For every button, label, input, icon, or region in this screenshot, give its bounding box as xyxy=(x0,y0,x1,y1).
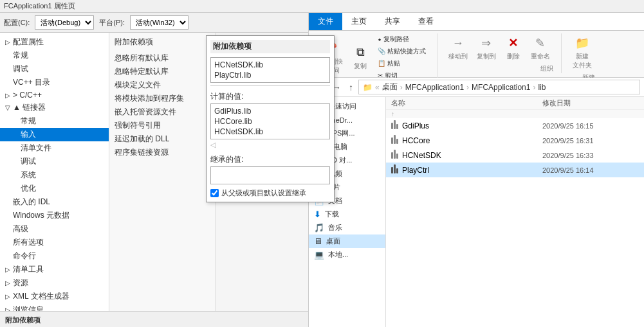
popup-input-item-1: HCNetSDK.lib xyxy=(213,60,216,70)
hccore-icon xyxy=(391,135,398,146)
ribbon-tab-view[interactable]: 查看 xyxy=(409,13,443,30)
popup-calc-item-1: GdiPlus.lib xyxy=(213,106,216,116)
title-bar: FCApplication1 属性页 xyxy=(0,0,644,13)
tree-item-linker-general[interactable]: 常规 xyxy=(0,114,109,128)
path-part-mfc2[interactable]: MFCApplication1 xyxy=(472,83,530,92)
config-item-embed-res[interactable]: 嵌入托管资源文件 xyxy=(112,105,212,119)
popup-title: 附加依赖项 xyxy=(210,40,216,53)
delete-icon: ✕ xyxy=(506,35,521,51)
new-folder-icon: 📁 xyxy=(575,35,590,51)
sidebar-music-label: 音乐 xyxy=(328,223,342,233)
tree-item-cmdline[interactable]: 命令行 xyxy=(0,249,109,263)
sidebar-music[interactable]: 🎵 音乐 xyxy=(309,221,385,234)
sidebar-local-label: 本地... xyxy=(328,250,348,260)
hcnetsdk-name: HCNetSDK xyxy=(402,151,542,160)
config-item-delay-load[interactable]: 延迟加载的 DLL xyxy=(112,132,212,146)
popup-inherit-list xyxy=(210,166,216,184)
popup-input-list[interactable]: HCNetSDK.lib PlayCtrl.lib xyxy=(210,57,216,83)
tree-item-linker[interactable]: ▽▲ 链接器 xyxy=(0,101,109,114)
organize-label: 组织 xyxy=(540,64,553,73)
tree-item-config-props[interactable]: ▷配置属性 xyxy=(0,35,109,49)
path-part-desktop[interactable]: 桌面 xyxy=(382,82,398,93)
tree-item-linker-system[interactable]: 系统 xyxy=(0,168,109,182)
new-folder-button[interactable]: 📁 新建文件夹 xyxy=(569,33,595,72)
config-item-add-module[interactable]: 将模块添加到程序集 xyxy=(112,92,212,105)
tree-item-linker-optimize[interactable]: 优化 xyxy=(0,182,109,195)
config-item-ignore-specific[interactable]: 忽略特定默认库 xyxy=(112,65,212,78)
tree-item-embedded-idl[interactable]: 嵌入的 IDL xyxy=(0,195,109,209)
vs-popup: 附加依赖项 HCNetSDK.lib PlayCtrl.lib 计算的值: Gd… xyxy=(206,35,216,202)
explorer-panel: 文件 主页 共享 查看 📌 固定到快速访问 ⧉ 复制 xyxy=(309,13,644,327)
tree-item-win-meta[interactable]: Windows 元数据 xyxy=(0,209,109,222)
tree-item-all-options[interactable]: 所有选项 xyxy=(0,236,109,249)
path-part-mfc1[interactable]: MFCApplication1 xyxy=(405,83,464,92)
platform-label: 平台(P): xyxy=(99,18,125,28)
popup-calc-list: GdiPlus.lib HCCore.lib HCNetSDK.lib xyxy=(210,103,216,139)
address-path[interactable]: 📁 « 桌面 › MFCApplication1 › MFCApplicatio… xyxy=(358,80,640,94)
file-row-playstrl[interactable]: PlayCtrl 2020/9/25 16:14 xyxy=(386,163,644,177)
popup-checkbox-row[interactable]: 从父级或项目默认设置继承 xyxy=(210,188,216,198)
up-button[interactable]: ↑ xyxy=(346,81,356,94)
tree-item-general[interactable]: 常规 xyxy=(0,49,109,62)
tree-item-manifest-tool[interactable]: ▷清单工具 xyxy=(0,263,109,276)
file-list-header: 名称 修改日期 xyxy=(386,97,644,110)
vs-config-title: 附加依赖项 xyxy=(112,35,212,49)
sidebar-local[interactable]: 💻 本地... xyxy=(309,248,385,261)
copy-label: 复制 xyxy=(354,62,367,71)
file-row-hccore[interactable]: HCCore 2020/9/25 16:31 xyxy=(386,133,644,148)
tree-item-resources[interactable]: ▷资源 xyxy=(0,276,109,290)
tree-item-linker-debug[interactable]: 调试 xyxy=(0,155,109,168)
paste-shortcut-icon: 📎 粘贴快捷方式 xyxy=(378,47,426,56)
vs-tree[interactable]: ▷配置属性 常规 调试 VC++ 目录 ▷> C/C++ ▽▲ 链接器 常规 输… xyxy=(0,33,109,311)
paste-shortcut-button[interactable]: 📎 粘贴快捷方式 xyxy=(374,46,429,57)
music-icon: 🎵 xyxy=(314,223,324,233)
config-item-ignore-all[interactable]: 忽略所有默认库 xyxy=(112,51,212,65)
vs-topbar: 配置(C): 活动(Debug) 平台(P): 活动(Win32) xyxy=(0,13,308,33)
col-name: 名称 xyxy=(391,98,542,108)
config-select[interactable]: 活动(Debug) xyxy=(35,15,94,30)
hccore-date: 2020/9/25 16:31 xyxy=(542,137,639,145)
file-row-gdiplus[interactable]: GdiPlus 2020/9/25 16:15 xyxy=(386,118,644,133)
tree-item-linker-manifest[interactable]: 清单文件 xyxy=(0,141,109,155)
delete-button[interactable]: ✕ 删除 xyxy=(502,33,525,63)
tree-item-linker-input[interactable]: 输入 xyxy=(0,128,109,141)
ribbon-tab-home[interactable]: 主页 xyxy=(342,13,376,30)
rename-button[interactable]: ✎ 重命名 xyxy=(528,33,553,63)
tree-item-vc-dirs[interactable]: VC++ 目录 xyxy=(0,76,109,89)
paste-icon: 📋 粘贴 xyxy=(378,59,400,68)
sidebar-desktop[interactable]: 🖥 桌面 xyxy=(309,234,385,248)
copy-button[interactable]: ⧉ 复制 xyxy=(349,43,372,73)
popup-inherit-checkbox[interactable] xyxy=(210,189,216,197)
ribbon-tab-share[interactable]: 共享 xyxy=(376,13,409,30)
path-part-lib[interactable]: lib xyxy=(538,83,546,92)
gdiplus-date: 2020/9/25 16:15 xyxy=(542,122,639,130)
ribbon-tabs: 文件 主页 共享 查看 xyxy=(309,13,644,31)
vs-content: ▷配置属性 常规 调试 VC++ 目录 ▷> C/C++ ▽▲ 链接器 常规 输… xyxy=(0,33,308,311)
new-folder-label: 新建文件夹 xyxy=(573,52,592,70)
paste-button[interactable]: 📋 粘贴 xyxy=(374,58,429,69)
tree-item-debug[interactable]: 调试 xyxy=(0,62,109,76)
copy-path-button[interactable]: ⬥ 复制路径 xyxy=(374,33,429,45)
config-item-force-sym[interactable]: 强制符号引用 xyxy=(112,119,212,132)
tree-item-browse-info[interactable]: ▷浏览信息 xyxy=(0,303,109,311)
vs-description: 附加依赖项 指定要添加到链接命令行的附加项。[例如 kernel32.lib xyxy=(0,311,308,327)
platform-select[interactable]: 活动(Win32) xyxy=(130,15,189,30)
config-item-asm-link[interactable]: 程序集链接资源 xyxy=(112,146,212,159)
copy-icon: ⧉ xyxy=(353,45,368,60)
sidebar-download[interactable]: ⬇ 下载 xyxy=(309,208,385,221)
ribbon-tab-file[interactable]: 文件 xyxy=(309,13,342,30)
playctrl-icon xyxy=(391,164,398,175)
config-item-module-def[interactable]: 模块定义文件 xyxy=(112,78,212,92)
file-list[interactable]: 名称 修改日期 ↑ GdiPlus 2020 xyxy=(386,97,644,327)
copy-to-button[interactable]: ⇒ 复制到 xyxy=(474,33,499,63)
config-label: 配置(C): xyxy=(4,18,30,28)
copy-to-icon: ⇒ xyxy=(479,35,494,51)
tree-item-cpp[interactable]: ▷> C/C++ xyxy=(0,89,109,101)
new-group: 📁 新建文件夹 新建 xyxy=(569,33,603,82)
move-to-button[interactable]: → 移动到 xyxy=(445,33,471,63)
tree-item-advanced[interactable]: 高级 xyxy=(0,222,109,236)
tree-item-xml-gen[interactable]: ▷XML 文档生成器 xyxy=(0,290,109,303)
popup-calc-item-2: HCCore.lib xyxy=(213,116,216,127)
title-text: FCApplication1 属性页 xyxy=(4,2,75,10)
file-row-hcnetsdk[interactable]: HCNetSDK 2020/9/25 16:33 xyxy=(386,148,644,163)
